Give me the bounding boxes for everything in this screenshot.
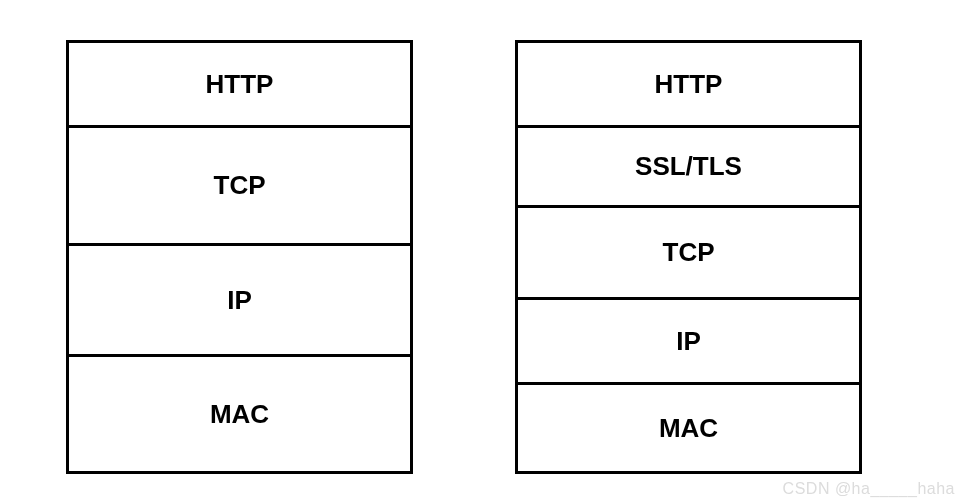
layer-label: TCP [663,237,715,268]
layer-label: HTTP [655,69,723,100]
layer-label: TCP [214,170,266,201]
protocol-stack-left: HTTP TCP IP MAC [66,40,413,474]
layer-mac: MAC [69,357,410,471]
layer-ip: IP [518,300,859,385]
layer-http: HTTP [69,43,410,128]
layer-label: MAC [659,413,718,444]
layer-label: IP [227,285,252,316]
watermark-text: CSDN @ha_____haha [783,480,955,498]
layer-label: IP [676,326,701,357]
layer-label: HTTP [206,69,274,100]
layer-label: MAC [210,399,269,430]
layer-tcp: TCP [518,208,859,300]
layer-http: HTTP [518,43,859,128]
layer-ip: IP [69,246,410,357]
protocol-stack-right: HTTP SSL/TLS TCP IP MAC [515,40,862,474]
layer-tcp: TCP [69,128,410,246]
layer-ssl-tls: SSL/TLS [518,128,859,208]
layer-label: SSL/TLS [635,151,742,182]
layer-mac: MAC [518,385,859,471]
